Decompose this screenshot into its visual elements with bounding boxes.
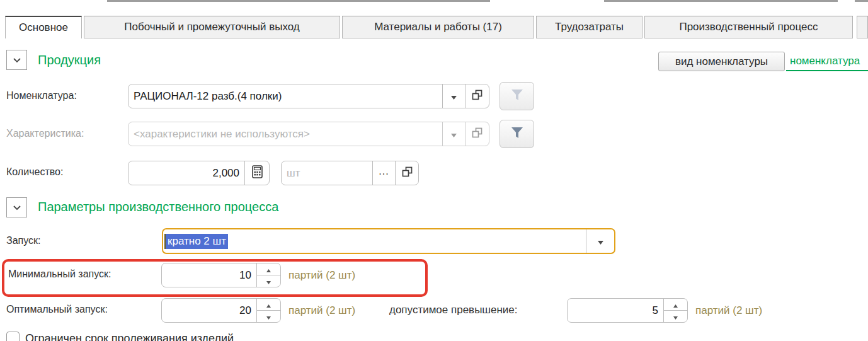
characteristic-open-button[interactable] xyxy=(465,122,489,146)
tab-materialy-raboty[interactable]: Материалы и работы (17) xyxy=(342,16,534,38)
spin-down-button[interactable] xyxy=(664,311,687,322)
tab-pobochny-vyhod[interactable]: Побочный и промежуточный выход xyxy=(84,16,340,38)
chevron-down-icon xyxy=(13,54,21,66)
production-spec-form: Основное Побочный и промежуточный выход … xyxy=(0,0,868,341)
params-section-title: Параметры производственного процесса xyxy=(38,200,278,214)
min-launch-field: 10 xyxy=(161,263,281,287)
nomenclature-label: Номенклатура: xyxy=(6,90,77,101)
caret-up-icon xyxy=(266,299,271,310)
spin-up-button[interactable] xyxy=(257,263,280,275)
nomenclature-dropdown-button[interactable] xyxy=(442,84,465,108)
overrun-label: допустимое превышение: xyxy=(389,304,518,316)
calculator-icon xyxy=(252,165,263,181)
view-kind-button[interactable]: вид номенклатуры xyxy=(658,52,785,71)
product-section-title: Продукция xyxy=(38,53,101,67)
opt-launch-spinner xyxy=(256,299,280,322)
tab-osnovnoe[interactable]: Основное xyxy=(5,16,82,38)
spin-up-button[interactable] xyxy=(257,299,280,311)
caret-down-icon xyxy=(451,91,457,102)
top-edge-segment xyxy=(107,0,490,2)
quantity-unit-open-button[interactable] xyxy=(395,161,418,185)
launch-dropdown-button[interactable] xyxy=(586,229,614,253)
opt-launch-suffix: партий (2 шт) xyxy=(288,304,355,317)
characteristic-input[interactable]: <характеристики не используются> xyxy=(128,122,442,146)
shelf-life-label: Ограничен срок пролеживания изделий xyxy=(25,332,234,341)
characteristic-field: <характеристики не используются> xyxy=(128,122,489,146)
opt-launch-field: 20 xyxy=(161,298,281,323)
ellipsis-icon: ... xyxy=(379,166,389,181)
quantity-field: 2,000 xyxy=(128,161,270,185)
open-link-icon xyxy=(471,89,483,103)
quantity-unit-input[interactable]: шт xyxy=(282,161,372,185)
spin-up-button[interactable] xyxy=(664,299,687,311)
nomenclature-filter-button[interactable] xyxy=(500,82,534,110)
collapse-product-button[interactable] xyxy=(6,50,27,70)
filter-funnel-icon xyxy=(510,126,525,142)
caret-down-icon xyxy=(266,275,271,287)
nomenclature-open-button[interactable] xyxy=(465,84,489,108)
quantity-label: Количество: xyxy=(6,166,63,178)
min-launch-suffix: партий (2 шт) xyxy=(288,269,355,282)
min-launch-label: Минимальный запуск: xyxy=(8,269,111,280)
tab-partial[interactable] xyxy=(857,16,868,38)
caret-up-icon xyxy=(266,263,271,275)
quantity-input[interactable]: 2,000 xyxy=(128,161,244,185)
view-nomenclature-button[interactable]: номенклатура xyxy=(786,52,868,71)
min-launch-input[interactable]: 10 xyxy=(162,263,256,287)
quantity-unit-field: шт ... xyxy=(281,161,419,185)
caret-down-icon xyxy=(598,236,603,247)
opt-launch-input[interactable]: 20 xyxy=(162,299,256,322)
overrun-input[interactable]: 5 xyxy=(568,299,663,322)
launch-label: Запуск: xyxy=(6,235,41,246)
opt-launch-label: Оптимальный запуск: xyxy=(6,304,108,315)
spin-down-button[interactable] xyxy=(257,275,280,287)
launch-combo-field[interactable]: кратно 2 шт xyxy=(162,228,615,254)
nomenclature-input[interactable]: РАЦИОНАЛ-12 разб.(4 полки) xyxy=(128,84,442,108)
characteristic-label: Характеристика: xyxy=(6,128,84,139)
quantity-unit-ellipsis-button[interactable]: ... xyxy=(372,161,395,185)
characteristic-dropdown-button[interactable] xyxy=(442,122,465,146)
quantity-calculator-button[interactable] xyxy=(244,161,269,185)
filter-funnel-icon xyxy=(510,88,525,105)
overrun-spinner xyxy=(663,299,687,322)
overrun-field: 5 xyxy=(567,298,688,323)
top-edge-segment xyxy=(855,0,868,2)
min-launch-spinner xyxy=(256,263,280,287)
top-edge-segment xyxy=(604,0,838,2)
launch-selected-text: кратно 2 шт xyxy=(166,234,228,249)
shelf-life-checkbox[interactable] xyxy=(6,332,20,341)
caret-down-icon xyxy=(451,129,457,140)
characteristic-filter-button[interactable] xyxy=(500,120,534,148)
caret-down-icon xyxy=(266,311,271,322)
chevron-down-icon xyxy=(13,202,21,213)
spin-down-button[interactable] xyxy=(257,311,280,322)
open-link-icon xyxy=(471,127,483,141)
nomenclature-field: РАЦИОНАЛ-12 разб.(4 полки) xyxy=(128,84,489,108)
caret-up-icon xyxy=(673,299,678,310)
tab-proizvodstvenny-process[interactable]: Производственный процесс xyxy=(644,16,853,38)
tab-trudozatraty[interactable]: Трудозатраты xyxy=(536,16,642,38)
caret-down-icon xyxy=(673,311,678,322)
open-link-icon xyxy=(401,166,413,180)
overrun-suffix: партий (2 шт) xyxy=(695,304,762,317)
collapse-params-button[interactable] xyxy=(6,197,27,217)
